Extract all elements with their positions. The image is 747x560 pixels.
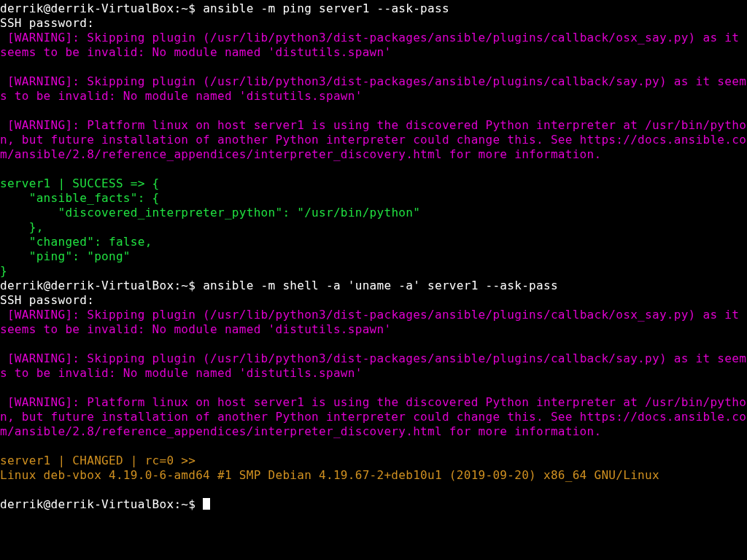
shell-prompt-3: derrik@derrik-VirtualBox:~$ xyxy=(0,497,203,511)
shell-prompt-1: derrik@derrik-VirtualBox:~$ xyxy=(0,1,203,15)
warning-interpreter-2: [WARNING]: Platform linux on host server… xyxy=(0,395,746,438)
warning-say-2: [WARNING]: Skipping plugin (/usr/lib/pyt… xyxy=(0,351,746,380)
warning-osx-say-1: [WARNING]: Skipping plugin (/usr/lib/pyt… xyxy=(0,31,746,59)
command-ansible-shell-uname: ansible -m shell -a 'uname -a' server1 -… xyxy=(203,279,558,292)
warning-say-1: [WARNING]: Skipping plugin (/usr/lib/pyt… xyxy=(0,74,746,103)
warning-interpreter-1: [WARNING]: Platform linux on host server… xyxy=(0,118,746,161)
ansible-success-output: server1 | SUCCESS => { "ansible_facts": … xyxy=(0,176,420,278)
warning-osx-say-2: [WARNING]: Skipping plugin (/usr/lib/pyt… xyxy=(0,308,746,336)
ssh-password-prompt-1: SSH password: xyxy=(0,16,94,30)
terminal[interactable]: derrik@derrik-VirtualBox:~$ ansible -m p… xyxy=(0,0,747,512)
ansible-changed-header: server1 | CHANGED | rc=0 >> xyxy=(0,454,196,467)
command-ansible-ping: ansible -m ping server1 --ask-pass xyxy=(203,1,449,15)
shell-prompt-2: derrik@derrik-VirtualBox:~$ xyxy=(0,279,203,292)
ssh-password-prompt-2: SSH password: xyxy=(0,293,94,307)
cursor-icon xyxy=(203,498,210,510)
uname-output: Linux deb-vbox 4.19.0-6-amd64 #1 SMP Deb… xyxy=(0,468,659,482)
